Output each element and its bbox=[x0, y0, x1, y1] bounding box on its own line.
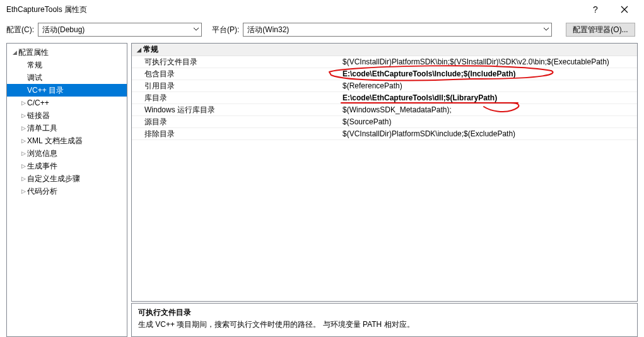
property-label: Windows 运行库目录 bbox=[132, 105, 340, 115]
close-button[interactable] bbox=[610, 0, 639, 19]
tree-item-label: 链接器 bbox=[27, 110, 50, 121]
property-value[interactable]: $(ReferencePath) bbox=[340, 81, 637, 90]
tree-item[interactable]: ▷C/C++ bbox=[7, 97, 127, 109]
platform-combo-text: 活动(Win32) bbox=[247, 25, 289, 35]
arrow-right-icon: ▷ bbox=[20, 175, 27, 182]
platform-combo[interactable]: 活动(Win32) bbox=[243, 23, 552, 37]
arrow-right-icon: ▷ bbox=[20, 150, 27, 157]
description-panel: 可执行文件目录 生成 VC++ 项目期间，搜索可执行文件时使用的路径。 与环境变… bbox=[131, 303, 638, 337]
arrow-right-icon: ▷ bbox=[20, 163, 27, 169]
tree-item[interactable]: VC++ 目录 bbox=[7, 84, 127, 97]
property-value[interactable]: E:\code\EthCaptureTools\Include;$(Includ… bbox=[340, 69, 637, 78]
property-value[interactable]: E:\code\EthCaptureTools\dll;$(LibraryPat… bbox=[340, 93, 637, 102]
tree-item[interactable]: ▷链接器 bbox=[7, 109, 127, 122]
property-label: 排除目录 bbox=[132, 129, 340, 139]
arrow-right-icon: ▷ bbox=[20, 100, 27, 106]
property-row[interactable]: 排除目录$(VCInstallDir)PlatformSDK\include;$… bbox=[132, 128, 637, 140]
config-label: 配置(C): bbox=[6, 25, 34, 35]
chevron-down-icon bbox=[193, 25, 199, 34]
property-row[interactable]: 源目录$(SourcePath) bbox=[132, 116, 637, 128]
tree-item[interactable]: ▷XML 文档生成器 bbox=[7, 134, 127, 147]
property-value[interactable]: $(WindowsSDK_MetadataPath); bbox=[340, 105, 637, 114]
config-combo[interactable]: 活动(Debug) bbox=[38, 23, 202, 37]
property-row[interactable]: 引用目录$(ReferencePath) bbox=[132, 80, 637, 92]
property-row[interactable]: Windows 运行库目录$(WindowsSDK_MetadataPath); bbox=[132, 104, 637, 116]
tree-item-label: 清单工具 bbox=[27, 123, 57, 134]
tree-item[interactable]: ▷生成事件 bbox=[7, 160, 127, 172]
property-value[interactable]: $(SourcePath) bbox=[340, 117, 637, 126]
property-row[interactable]: 库目录E:\code\EthCaptureTools\dll;$(Library… bbox=[132, 92, 637, 104]
close-icon bbox=[621, 6, 628, 13]
arrow-down-icon: ◢ bbox=[11, 49, 18, 56]
arrow-right-icon: ▷ bbox=[20, 138, 27, 144]
property-label: 引用目录 bbox=[132, 81, 340, 92]
tree-item[interactable]: 调试 bbox=[7, 71, 127, 84]
platform-label: 平台(P): bbox=[212, 25, 239, 35]
property-label: 包含目录 bbox=[132, 69, 340, 80]
arrow-right-icon: ▷ bbox=[20, 112, 27, 119]
config-combo-text: 活动(Debug) bbox=[42, 25, 85, 35]
category-header[interactable]: ◢ 常规 bbox=[132, 44, 637, 56]
config-manager-button[interactable]: 配置管理器(O)... bbox=[566, 23, 635, 37]
tree-item[interactable]: ▷清单工具 bbox=[7, 122, 127, 134]
config-manager-label: 配置管理器(O)... bbox=[573, 25, 628, 35]
description-title: 可执行文件目录 bbox=[138, 307, 631, 318]
chevron-down-icon bbox=[543, 25, 549, 34]
top-toolbar: 配置(C): 活动(Debug) 平台(P): 活动(Win32) 配置管理器(… bbox=[0, 19, 644, 40]
property-label: 可执行文件目录 bbox=[132, 57, 340, 68]
tree-item[interactable]: ▷浏览信息 bbox=[7, 147, 127, 160]
tree-item[interactable]: ▷代码分析 bbox=[7, 185, 127, 198]
property-grid: ◢ 常规 可执行文件目录$(VCInstallDir)PlatformSDK\b… bbox=[131, 43, 638, 302]
tree-item-label: XML 文档生成器 bbox=[27, 136, 83, 146]
tree-item-label: C/C++ bbox=[27, 98, 49, 107]
window-title: EthCaptureTools 属性页 bbox=[6, 4, 87, 15]
property-label: 源目录 bbox=[132, 117, 340, 127]
tree-item[interactable]: 常规 bbox=[7, 59, 127, 71]
property-value[interactable]: $(VCInstallDir)PlatformSDK\bin;$(VSInsta… bbox=[340, 57, 637, 66]
tree-root[interactable]: ◢ 配置属性 bbox=[7, 46, 127, 59]
tree-item-label: VC++ 目录 bbox=[27, 85, 64, 96]
tree-item-label: 生成事件 bbox=[27, 161, 57, 172]
tree-item-label: 代码分析 bbox=[27, 186, 57, 197]
tree-item[interactable]: ▷自定义生成步骤 bbox=[7, 172, 127, 185]
tree-item-label: 浏览信息 bbox=[27, 148, 57, 159]
property-row[interactable]: 包含目录E:\code\EthCaptureTools\Include;$(In… bbox=[132, 68, 637, 80]
category-label: 常规 bbox=[143, 44, 158, 55]
property-value[interactable]: $(VCInstallDir)PlatformSDK\include;$(Exc… bbox=[340, 129, 637, 138]
tree-item-label: 调试 bbox=[27, 73, 42, 83]
description-text: 生成 VC++ 项目期间，搜索可执行文件时使用的路径。 与环境变量 PATH 相… bbox=[138, 319, 631, 330]
property-label: 库目录 bbox=[132, 93, 340, 103]
property-grid-body[interactable]: ◢ 常规 可执行文件目录$(VCInstallDir)PlatformSDK\b… bbox=[132, 44, 637, 301]
titlebar: EthCaptureTools 属性页 ? bbox=[0, 0, 644, 19]
tree-view[interactable]: ◢ 配置属性 常规调试VC++ 目录▷C/C++▷链接器▷清单工具▷XML 文档… bbox=[6, 43, 127, 337]
tree-item-label: 常规 bbox=[27, 60, 42, 71]
property-row[interactable]: 可执行文件目录$(VCInstallDir)PlatformSDK\bin;$(… bbox=[132, 56, 637, 68]
help-button[interactable]: ? bbox=[581, 0, 610, 19]
arrow-right-icon: ▷ bbox=[20, 188, 27, 194]
arrow-down-icon: ◢ bbox=[134, 47, 143, 53]
tree-item-label: 自定义生成步骤 bbox=[27, 174, 80, 184]
tree-root-label: 配置属性 bbox=[18, 47, 49, 58]
arrow-right-icon: ▷ bbox=[20, 125, 27, 131]
